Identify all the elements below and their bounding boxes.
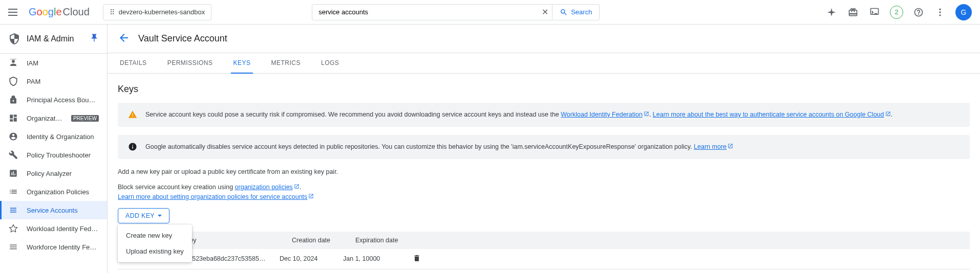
project-icon: ⠿ (110, 8, 115, 16)
learn-more-disable-link[interactable]: Learn more (694, 143, 733, 150)
svg-point-2 (939, 14, 941, 16)
back-arrow-icon[interactable] (118, 32, 130, 46)
clear-search-icon[interactable]: ✕ (537, 7, 552, 17)
key-created: Dec 10, 2024 (280, 255, 331, 262)
sidebar-item-organizations[interactable]: OrganizationsPREVIEW (0, 109, 107, 127)
tab-logs[interactable]: LOGS (319, 53, 341, 74)
sidebar-item-pam[interactable]: PAM (0, 72, 107, 90)
svg-rect-3 (10, 59, 16, 60)
project-picker[interactable]: ⠿ devzero-kubernetes-sandbox (103, 4, 211, 20)
add-key-button[interactable]: ADD KEY (118, 208, 169, 223)
avatar[interactable]: G (955, 4, 972, 20)
delete-key-button[interactable] (407, 254, 427, 264)
sidebar-item-identity-organization[interactable]: Identity & Organization (0, 127, 107, 146)
wrench-icon (8, 150, 18, 160)
sidebar-item-organization-policies[interactable]: Organization Policies (0, 183, 107, 201)
preview-badge: PREVIEW (71, 115, 99, 122)
desc-add-key: Add a new key pair or upload a public ke… (118, 167, 970, 177)
sidebar-item-label: Identity & Organization (27, 133, 99, 141)
help-icon[interactable] (912, 6, 925, 18)
gift-icon[interactable] (847, 6, 859, 18)
gemini-icon[interactable] (825, 6, 838, 18)
service-icon (8, 205, 18, 215)
tab-details[interactable]: DETAILS (118, 53, 149, 74)
sidebar-item-label: Organization Policies (27, 188, 99, 196)
project-name: devzero-kubernetes-sandbox (119, 8, 205, 16)
desc-block-key: Block service account key creation using… (118, 183, 970, 202)
search-icon (560, 8, 568, 16)
external-link-icon (644, 110, 649, 116)
gcp-logo[interactable]: Google Cloud (29, 6, 90, 18)
create-new-key-item[interactable]: Create new key (118, 228, 192, 243)
shield-icon (8, 76, 18, 86)
org-icon (8, 113, 18, 123)
keys-heading: Keys (118, 84, 970, 95)
sidebar-item-workload-identity-federat-[interactable]: Workload Identity Federat... (0, 219, 107, 238)
search-input[interactable] (312, 4, 552, 20)
external-link-icon (728, 142, 733, 148)
sidebar-title: IAM & Admin (0, 25, 107, 54)
tab-permissions[interactable]: PERMISSIONS (165, 53, 215, 74)
svg-point-4 (11, 208, 12, 209)
caret-down-icon (158, 215, 162, 217)
sidebar-item-label: Workload Identity Federat... (27, 225, 99, 233)
sidebar-item-label: Workforce Identity Federa... (27, 243, 99, 251)
iam-icon (8, 58, 18, 68)
tab-keys[interactable]: KEYS (231, 53, 252, 74)
sidebar-item-workforce-identity-federa-[interactable]: Workforce Identity Federa... (0, 238, 107, 256)
table-row: c6523eba68dc237c535855063e12a7501d100210… (118, 249, 970, 269)
warning-icon (128, 110, 137, 119)
warning-alert: Service account keys could pose a securi… (118, 103, 970, 127)
sidebar-item-label: Service Accounts (27, 207, 99, 214)
menu-icon (8, 242, 18, 252)
tab-metrics[interactable]: METRICS (269, 53, 303, 74)
org-policies-link[interactable]: organization policies (235, 184, 300, 191)
analyze-icon (8, 168, 18, 178)
sidebar-item-policy-analyzer[interactable]: Policy Analyzer (0, 164, 107, 183)
info-alert: Google automatically disables service ac… (118, 135, 970, 159)
lock-icon (8, 95, 18, 105)
iam-admin-icon (8, 33, 20, 45)
add-key-dropdown: Create new key Upload existing key (118, 224, 192, 262)
sidebar-item-label: Policy Analyzer (27, 170, 99, 177)
learn-more-auth-link[interactable]: Learn more about the best way to authent… (653, 111, 891, 118)
cloudshell-icon[interactable] (868, 6, 881, 18)
menu-icon[interactable] (8, 6, 20, 18)
external-link-icon (885, 110, 891, 116)
sidebar-item-service-accounts[interactable]: Service Accounts (0, 201, 107, 219)
sidebar-item-label: Organizations (27, 115, 63, 122)
identity-icon (8, 131, 18, 142)
sidebar-item-iam[interactable]: IAM (0, 54, 107, 72)
sidebar-item-label: Policy Troubleshooter (27, 151, 99, 159)
svg-point-0 (939, 8, 941, 10)
sidebar-item-label: IAM (27, 59, 99, 67)
sidebar-item-principal-access-boundary[interactable]: Principal Access Boundary (0, 90, 107, 109)
learn-org-policies-link[interactable]: Learn more about setting organization po… (118, 193, 314, 200)
external-link-icon (308, 192, 314, 198)
workload-icon (8, 223, 18, 234)
external-link-icon (294, 183, 300, 188)
key-expires: Jan 1, 10000 (343, 255, 394, 262)
page-title: Vault Service Account (138, 33, 227, 44)
pin-icon[interactable] (90, 33, 99, 44)
more-icon[interactable] (934, 6, 946, 18)
svg-point-5 (11, 210, 12, 211)
sidebar-item-label: Principal Access Boundary (27, 96, 99, 104)
notifications-badge[interactable]: 2 (890, 6, 903, 19)
info-icon (128, 142, 137, 151)
upload-existing-key-item[interactable]: Upload existing key (118, 243, 192, 259)
list-icon (8, 187, 18, 197)
svg-point-6 (11, 212, 12, 213)
wif-link[interactable]: Workload Identity Federation (561, 111, 649, 118)
search-button[interactable]: Search (552, 4, 600, 20)
sidebar-item-label: PAM (27, 78, 99, 85)
search-label: Search (571, 8, 592, 16)
sidebar-item-policy-troubleshooter[interactable]: Policy Troubleshooter (0, 146, 107, 164)
svg-point-1 (939, 11, 941, 13)
logo-text: Cloud (63, 6, 90, 18)
table-header: Key Creation date Expiration date (118, 232, 970, 249)
